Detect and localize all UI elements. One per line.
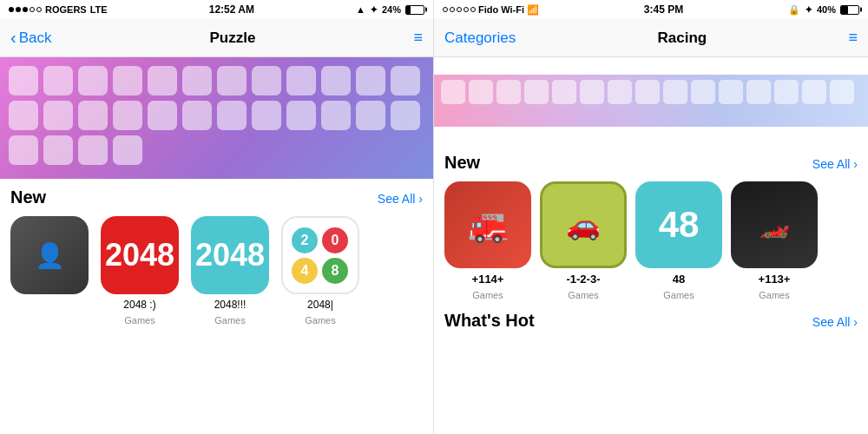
- status-right-left: ▲ ✦ 24%: [356, 4, 424, 16]
- list-item[interactable]: 👤: [10, 216, 89, 326]
- chevron-right-icon-wh: ›: [853, 315, 858, 329]
- time-left: 12:52 AM: [209, 3, 254, 16]
- signal-dots: [9, 7, 42, 12]
- status-bar-left: ROGERS LTE 12:52 AM ▲ ✦ 24%: [0, 0, 433, 19]
- time-right: 3:45 PM: [644, 3, 683, 16]
- hero-tile: [43, 135, 73, 165]
- back-label: Back: [19, 30, 52, 47]
- see-all-link-whatshot[interactable]: See All ›: [812, 315, 858, 329]
- hero-tile: [286, 101, 316, 130]
- multi-num-4: 4: [292, 258, 318, 284]
- list-item[interactable]: 🚗 -1-2-3- Games: [540, 181, 627, 300]
- hero-tile: [78, 101, 108, 130]
- racing-banner: [434, 75, 868, 127]
- list-item[interactable]: 2048 2048 :) Games: [101, 216, 179, 326]
- hero-tile: [356, 101, 385, 130]
- hero-pattern-left: [0, 57, 433, 179]
- hero-tile: [252, 101, 281, 130]
- checker-sq: [774, 80, 799, 104]
- app-icon-partial: 👤: [10, 216, 89, 294]
- battery-icon-left: [405, 5, 424, 15]
- nav-title-puzzle: Puzzle: [210, 30, 256, 47]
- partial-face: 👤: [10, 216, 89, 294]
- checker-sq: [441, 80, 465, 104]
- list-item[interactable]: 🏎️ +113+ Games: [731, 181, 818, 300]
- hero-tile: [113, 66, 142, 95]
- section-header-left: New See All ›: [10, 187, 423, 207]
- dot4: [30, 7, 35, 12]
- section-title-new-right: New: [444, 153, 480, 173]
- battery-pct-right: 40%: [817, 4, 836, 15]
- app-name-2048-1: 2048 :): [123, 299, 155, 311]
- categories-link[interactable]: Categories: [444, 30, 516, 47]
- hero-tile: [252, 66, 281, 95]
- checker-sq: [802, 80, 826, 104]
- list-item[interactable]: 🚒 +114+ Games: [444, 181, 531, 300]
- list-item[interactable]: 48 48 Games: [635, 181, 722, 300]
- app-badge-2: -1-2-3-: [566, 273, 600, 286]
- app-genre-2048-1: Games: [124, 315, 155, 326]
- app-icon-firetruck: 🚒: [444, 181, 531, 268]
- section-title-whatshot: What's Hot: [444, 311, 535, 331]
- checker-sq: [552, 80, 576, 104]
- carrier-info: ROGERS LTE: [9, 4, 108, 15]
- list-item[interactable]: 2 0 4 8 2048| Games: [281, 216, 359, 326]
- multi-num-8: 8: [322, 258, 348, 284]
- hero-tile: [9, 66, 38, 95]
- battery-pct-left: 24%: [382, 4, 401, 15]
- dot3: [23, 7, 28, 12]
- back-button[interactable]: ‹ Back: [10, 30, 51, 47]
- app-genre-r-1: Games: [472, 290, 503, 300]
- status-icons-right: 🔒 ✦ 40%: [788, 4, 859, 16]
- app-badge-3: 48: [673, 273, 685, 286]
- app-name-2048-3: 2048|: [307, 299, 333, 311]
- app-genre-r-4: Games: [759, 290, 789, 300]
- hero-tile: [217, 101, 247, 130]
- multi-num-2: 2: [292, 227, 318, 253]
- whats-hot-section: What's Hot See All ›: [434, 300, 868, 339]
- app-genre-r-3: Games: [663, 290, 694, 300]
- lock-icon-right: 🔒: [788, 4, 800, 16]
- see-all-link-right[interactable]: See All ›: [812, 157, 858, 171]
- hero-tile: [391, 101, 420, 130]
- hero-tile: [113, 135, 142, 165]
- dotr4: [464, 7, 469, 12]
- hero-tile: [391, 66, 420, 95]
- section-header-whatshot: What's Hot See All ›: [444, 311, 858, 331]
- list-icon-right[interactable]: ≡: [848, 29, 858, 47]
- nav-bar-left: ‹ Back Puzzle ≡: [0, 19, 433, 57]
- hero-tile: [78, 66, 108, 95]
- wifi-icon-right: 📶: [527, 4, 539, 16]
- bluetooth-icon-right: ✦: [805, 4, 812, 16]
- list-icon-left[interactable]: ≡: [413, 29, 423, 47]
- dotr5: [470, 7, 476, 12]
- checker-sq: [719, 80, 743, 104]
- hero-tile: [217, 66, 247, 95]
- left-panel: ROGERS LTE 12:52 AM ▲ ✦ 24% ‹ Back Puzzl…: [0, 0, 434, 434]
- nav-title-racing: Racing: [658, 30, 707, 47]
- dot1: [9, 7, 14, 12]
- checker-sq: [830, 80, 854, 104]
- app-icon-48: 48: [635, 181, 722, 268]
- carrier-name-right: Fido Wi-Fi: [478, 4, 524, 15]
- dotr2: [450, 7, 455, 12]
- dotr3: [457, 7, 462, 12]
- dotr1: [443, 7, 448, 12]
- see-all-link-left[interactable]: See All ›: [378, 192, 423, 206]
- chevron-right-icon-r: ›: [853, 157, 858, 171]
- battery-fill-right: [841, 6, 848, 14]
- app-icon-carrace: 🚗: [540, 181, 627, 268]
- carrier-name: ROGERS: [45, 4, 87, 15]
- checker-sq: [608, 80, 632, 104]
- new-section-right: New See All › 🚒 +114+ Games 🚗 -1-2-3- Ga…: [434, 144, 868, 300]
- hero-tile: [148, 66, 177, 95]
- network-type: LTE: [90, 4, 108, 15]
- gps-icon: ▲: [356, 4, 365, 15]
- hero-tile: [43, 66, 73, 95]
- hero-tile: [321, 101, 351, 130]
- signal-area-right: Fido Wi-Fi 📶: [443, 4, 539, 16]
- list-item[interactable]: 2048 2048!!! Games: [191, 216, 269, 326]
- app-genre-2048-3: Games: [305, 315, 335, 326]
- checker-sq: [524, 80, 549, 104]
- checker-sq: [496, 80, 521, 104]
